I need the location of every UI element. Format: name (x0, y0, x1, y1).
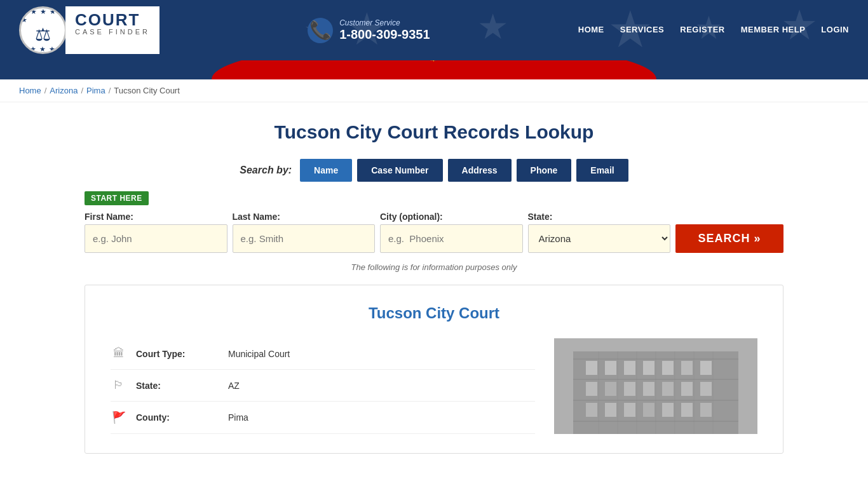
star-bg-2: ★ (477, 6, 508, 47)
red-arc: ★ ★ ★ 🦅 ★ ★ ★ (212, 60, 656, 79)
breadcrumb: Home / Arizona / Pima / Tucson City Cour… (19, 86, 849, 95)
disclaimer-text: The following is for information purpose… (85, 262, 783, 272)
svg-rect-16 (586, 403, 597, 417)
red-arc-container: ★ ★ ★ 🦅 ★ ★ ★ (0, 60, 868, 79)
svg-rect-15 (700, 382, 712, 396)
site-header: ★ ★ ★ ★ ★ ★ ★ ★ ★ ★ ★ ⚖ ★ ★ ★ COURT CASE… (0, 0, 868, 60)
logo-case-finder-text: CASE FINDER (75, 28, 150, 36)
svg-rect-18 (624, 403, 635, 417)
first-name-group: First Name: (85, 212, 227, 253)
phone-area: 📞 Customer Service 1-800-309-9351 (308, 18, 430, 43)
state-icon: 🏳 (111, 379, 126, 392)
court-type-value: Municipal Court (228, 349, 290, 359)
main-nav: HOME SERVICES REGISTER MEMBER HELP LOGIN (578, 25, 849, 36)
svg-rect-12 (643, 382, 654, 396)
svg-rect-2 (586, 361, 597, 375)
city-group: City (optional): (380, 212, 523, 253)
breadcrumb-home[interactable]: Home (19, 86, 41, 95)
main-content: Tucson City Court Records Lookup Search … (0, 102, 868, 466)
svg-rect-21 (681, 403, 693, 417)
logo-inner: ★ ★ ★ ★ ★ ⚖ ★ ★ ★ (21, 8, 65, 52)
state-label: State: (528, 212, 671, 222)
county-icon: 🚩 (111, 410, 126, 424)
logo-combined: ★ ★ ★ ★ ★ ⚖ ★ ★ ★ COURT CASE FINDER (19, 6, 159, 54)
city-label: City (optional): (380, 212, 523, 222)
county-key: County: (136, 412, 219, 423)
eagle-icon: 🦅 (426, 60, 443, 62)
svg-rect-13 (662, 382, 674, 396)
svg-rect-14 (681, 382, 693, 396)
last-name-group: Last Name: (233, 212, 376, 253)
svg-rect-17 (605, 403, 616, 417)
court-type-row: 🏛 Court Type: Municipal Court (111, 338, 535, 370)
page-title: Tucson City Court Records Lookup (19, 121, 849, 143)
phone-info: Customer Service 1-800-309-9351 (339, 18, 430, 42)
court-panel-body: 🏛 Court Type: Municipal Court 🏳 State: A… (111, 338, 757, 434)
search-form-section: START HERE First Name: Last Name: City (… (85, 191, 783, 272)
svg-rect-7 (681, 361, 693, 375)
svg-rect-6 (662, 361, 674, 375)
svg-rect-10 (605, 382, 616, 396)
state-row: 🏳 State: AZ (111, 370, 535, 402)
breadcrumb-sep-3: / (109, 86, 111, 95)
breadcrumb-arizona[interactable]: Arizona (50, 86, 78, 95)
state-key: State: (136, 381, 219, 391)
county-value: Pima (228, 412, 248, 423)
last-name-input[interactable] (233, 224, 376, 253)
court-info-table: 🏛 Court Type: Municipal Court 🏳 State: A… (111, 338, 535, 434)
nav-home[interactable]: HOME (578, 25, 604, 36)
county-row: 🚩 County: Pima (111, 402, 535, 434)
nav-login[interactable]: LOGIN (821, 25, 849, 36)
breadcrumb-sep-2: / (81, 86, 83, 95)
logo-area[interactable]: ★ ★ ★ ★ ★ ⚖ ★ ★ ★ COURT CASE FINDER (19, 6, 159, 54)
nav-register[interactable]: REGISTER (680, 25, 724, 36)
tab-address[interactable]: Address (448, 159, 512, 182)
eagle-area: ★ ★ ★ 🦅 ★ ★ ★ (382, 60, 485, 62)
court-building-image (554, 338, 757, 434)
logo-court-text: COURT (75, 11, 150, 28)
nav-services[interactable]: SERVICES (620, 25, 665, 36)
first-name-label: First Name: (85, 212, 227, 222)
phone-number: 1-800-309-9351 (339, 27, 430, 42)
search-by-row: Search by: Name Case Number Address Phon… (19, 159, 849, 182)
logo-circle: ★ ★ ★ ★ ★ ⚖ ★ ★ ★ (19, 6, 67, 54)
svg-rect-4 (624, 361, 635, 375)
svg-rect-22 (700, 403, 712, 417)
search-button[interactable]: SEARCH » (675, 224, 783, 253)
city-input[interactable] (380, 224, 523, 253)
tab-name[interactable]: Name (300, 159, 352, 182)
breadcrumb-current: Tucson City Court (114, 86, 180, 95)
nav-member-help[interactable]: MEMBER HELP (741, 25, 806, 36)
svg-rect-19 (643, 403, 654, 417)
court-type-key: Court Type: (136, 349, 219, 359)
svg-rect-11 (624, 382, 635, 396)
customer-service-label: Customer Service (339, 18, 430, 27)
building-svg (554, 339, 757, 434)
logo-text-area: COURT CASE FINDER (65, 6, 159, 54)
breadcrumb-bar: Home / Arizona / Pima / Tucson City Cour… (0, 79, 868, 102)
svg-rect-5 (643, 361, 654, 375)
form-row: First Name: Last Name: City (optional): … (85, 212, 783, 253)
tab-phone[interactable]: Phone (517, 159, 572, 182)
court-panel-title: Tucson City Court (111, 304, 757, 322)
court-type-icon: 🏛 (111, 347, 126, 360)
court-panel: Tucson City Court 🏛 Court Type: Municipa… (85, 285, 783, 454)
breadcrumb-sep-1: / (44, 86, 47, 95)
search-by-label: Search by: (240, 165, 292, 176)
state-select[interactable]: Alabama Alaska Arizona Arkansas Californ… (528, 224, 671, 253)
state-value: AZ (228, 381, 240, 391)
last-name-label: Last Name: (233, 212, 376, 222)
tab-case-number[interactable]: Case Number (357, 159, 442, 182)
svg-rect-20 (662, 403, 674, 417)
first-name-input[interactable] (85, 224, 227, 253)
breadcrumb-pima[interactable]: Pima (86, 86, 105, 95)
tab-email[interactable]: Email (576, 159, 628, 182)
svg-rect-3 (605, 361, 616, 375)
phone-icon: 📞 (308, 18, 333, 43)
state-group: State: Alabama Alaska Arizona Arkansas C… (528, 212, 671, 253)
svg-rect-9 (586, 382, 597, 396)
start-here-badge: START HERE (85, 191, 149, 205)
svg-rect-8 (700, 361, 712, 375)
